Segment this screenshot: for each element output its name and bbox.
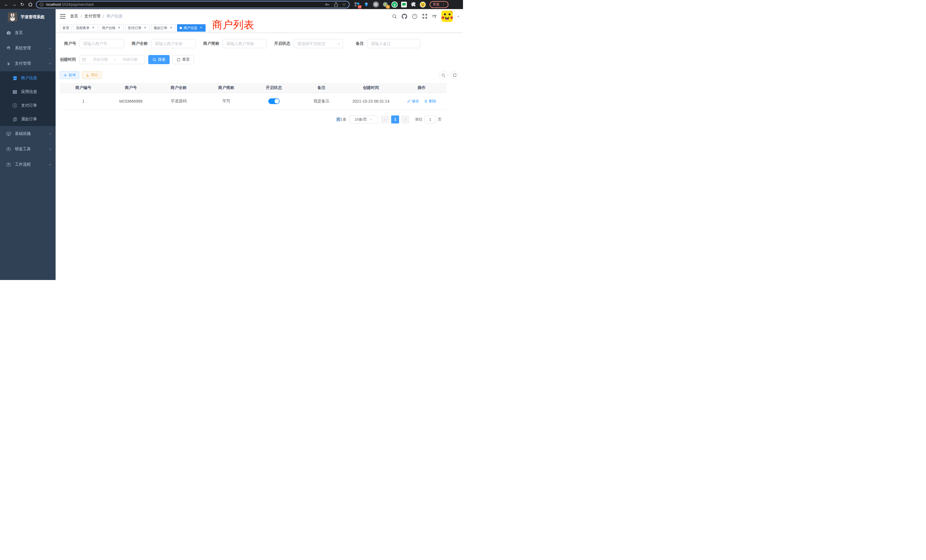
prev-icon: ‹ <box>384 117 386 122</box>
gem-extension-icon <box>364 2 369 8</box>
breadcrumb-home[interactable]: 首页 <box>70 14 78 19</box>
page-size-select[interactable]: 10条/页 <box>350 115 377 123</box>
cell-full-name: 芋道源码 <box>155 93 203 109</box>
browser-menu-icon[interactable]: ⋮ <box>442 2 445 6</box>
create-time-range-picker[interactable]: 开始日期 - 结束日期 <box>79 55 145 64</box>
fullscreen-button[interactable] <box>422 14 427 19</box>
tab-user-group[interactable]: 用户分组× <box>99 24 124 32</box>
address-bar[interactable]: localhost:1024/pay/merchant ☆ <box>36 1 350 8</box>
tab-process-form[interactable]: 流程表单× <box>73 24 98 32</box>
col-header: 商户号 <box>107 83 155 93</box>
delete-link[interactable]: 删除 <box>424 98 436 104</box>
edit-link[interactable]: 修改 <box>407 98 419 104</box>
user-avatar[interactable] <box>441 11 453 22</box>
goto-page-input[interactable] <box>425 115 436 123</box>
close-icon[interactable]: × <box>169 26 173 30</box>
filter-label: 创建时间 <box>60 57 76 62</box>
page-unit-label: 页 <box>438 117 442 122</box>
browser-reload-button[interactable]: ↻ <box>18 1 26 9</box>
search-button[interactable]: 搜索 <box>148 55 169 64</box>
filter-label: 开启状态 <box>274 41 290 46</box>
dashboard-icon <box>6 30 11 35</box>
command-extension-icon: ⌘ <box>373 2 379 8</box>
chevron-down-icon <box>337 42 341 45</box>
star-icon: ☆ <box>342 2 346 7</box>
briefcase-icon <box>6 147 11 151</box>
prev-page-button[interactable]: ‹ <box>381 115 389 123</box>
share-icon <box>334 2 338 7</box>
extension-badge: 10 <box>358 5 362 9</box>
refresh-table-button[interactable] <box>451 71 459 79</box>
github-icon <box>402 14 407 19</box>
reset-button[interactable]: 重置 <box>172 55 194 64</box>
browser-home-button[interactable] <box>26 1 34 9</box>
export-button[interactable]: 导出 <box>82 71 101 79</box>
add-button[interactable]: 新增 <box>60 71 79 79</box>
sidebar-item-home[interactable]: 首页 <box>0 25 56 41</box>
font-size-button[interactable]: TT <box>432 14 436 19</box>
chrome-update-button[interactable]: 更新 ⋮ <box>430 1 448 8</box>
extensions-puzzle-button[interactable] <box>410 1 417 8</box>
extension-gem-button[interactable] <box>363 1 370 8</box>
cell-id: 1 <box>60 93 107 109</box>
browser-forward-button[interactable]: → <box>10 1 18 9</box>
extension-recorder-button[interactable]: 1 <box>382 1 389 8</box>
tab-home[interactable]: 首页 <box>60 24 72 32</box>
extension-tiles-button[interactable]: 10 <box>354 1 360 8</box>
bookmark-star-button[interactable]: ☆ <box>342 2 346 7</box>
pagination-total: 共1条 <box>336 117 346 122</box>
short-name-input[interactable] <box>222 39 267 48</box>
extension-y-button[interactable]: y <box>391 1 398 8</box>
close-icon[interactable]: × <box>91 26 95 30</box>
next-page-button[interactable]: › <box>401 115 409 123</box>
monitor-icon <box>6 132 11 136</box>
tab-refund-order[interactable]: 退款订单× <box>151 24 176 32</box>
app-title: 芋道管理系统 <box>21 15 44 20</box>
merchant-no-input[interactable] <box>80 39 124 48</box>
sidebar-item-dev-tools[interactable]: 研发工具 <box>0 141 56 157</box>
close-icon[interactable]: × <box>117 26 121 30</box>
sidebar-item-merchant-info[interactable]: 商户信息 <box>0 71 56 85</box>
sidebar-item-infra[interactable]: 基础设施 <box>0 126 56 141</box>
app-logo-row[interactable]: 芋道管理系统 <box>0 9 56 25</box>
tab-pay-order[interactable]: 支付订单× <box>125 24 150 32</box>
avatar-caret-icon[interactable]: ▾ <box>458 15 459 18</box>
cell-merchant-no: M233666999 <box>107 93 155 109</box>
table-header-row: 商户编号 商户号 商户全称 商户简称 开启状态 备注 创建时间 操作 <box>60 83 447 93</box>
sidebar-item-app-info[interactable]: 应用信息 <box>0 85 56 98</box>
status-select[interactable] <box>294 39 343 48</box>
help-button[interactable]: ? <box>412 14 418 19</box>
browser-back-button[interactable]: ← <box>2 1 10 9</box>
extension-command-button[interactable]: ⌘ <box>372 1 379 8</box>
status-toggle[interactable] <box>268 98 280 104</box>
full-name-input[interactable] <box>151 39 196 48</box>
sidebar-item-refund-order[interactable]: 退款订单 <box>0 112 56 126</box>
tab-merchant-info[interactable]: 商户信息× <box>177 24 206 32</box>
share-button[interactable] <box>334 2 338 7</box>
close-icon[interactable]: × <box>199 26 203 30</box>
sidebar-item-pay[interactable]: ¥ 支付管理 <box>0 56 56 71</box>
filter-label: 商户简称 <box>203 41 219 46</box>
toggle-search-button[interactable] <box>439 71 447 79</box>
breadcrumb-pay[interactable]: 支付管理 <box>85 14 100 19</box>
pagination: 共1条 10条/页 ‹ 1 › 前往 页 <box>60 115 442 123</box>
password-key-button[interactable] <box>325 2 330 7</box>
filter-label: 商户全称 <box>132 41 148 46</box>
sidebar-item-label: 支付订单 <box>21 103 51 108</box>
github-link[interactable] <box>402 14 407 19</box>
remark-input[interactable] <box>367 39 420 48</box>
browser-profile-button[interactable] <box>419 1 426 8</box>
sidebar-collapse-button[interactable] <box>60 14 65 19</box>
sidebar-item-workflow[interactable]: 工作流程 <box>0 157 56 172</box>
range-separator: - <box>115 58 116 62</box>
emoji-avatar-icon <box>419 1 426 8</box>
sidebar-item-system[interactable]: 系统管理 <box>0 41 56 56</box>
page-1-button[interactable]: 1 <box>391 115 399 123</box>
reload-icon: ↻ <box>20 2 24 7</box>
header-search-button[interactable] <box>392 14 397 19</box>
extension-chat-button[interactable] <box>401 1 407 8</box>
close-icon[interactable]: × <box>143 26 147 30</box>
sidebar-item-pay-order[interactable]: ¥ 支付订单 <box>0 98 56 112</box>
sidebar-item-label: 支付管理 <box>15 61 48 66</box>
col-header: 开启状态 <box>250 83 298 93</box>
